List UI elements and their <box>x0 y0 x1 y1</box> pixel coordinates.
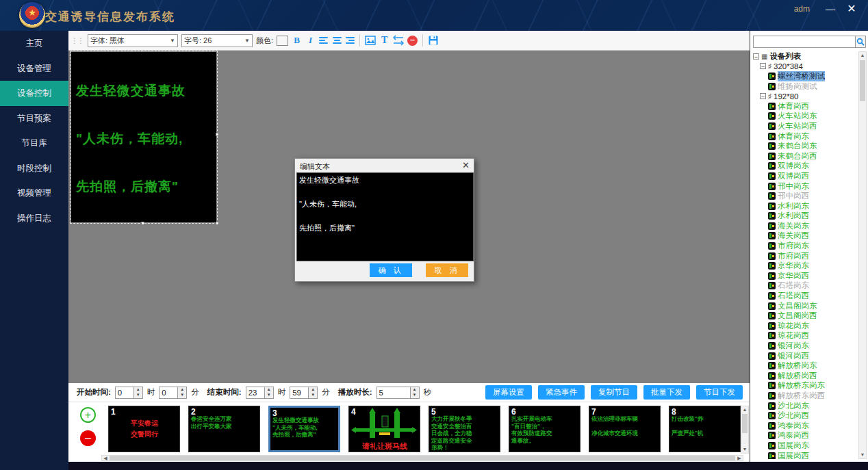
resize-handle[interactable] <box>216 133 219 136</box>
scroll-left-icon[interactable]: ◀ <box>102 456 109 460</box>
collapse-icon[interactable]: – <box>760 93 766 99</box>
device-item-解放桥东岗东[interactable]: 解放桥东岗东 <box>752 381 858 391</box>
align-right-button[interactable] <box>345 37 355 44</box>
device-item-体育岗西[interactable]: 体育岗西 <box>752 101 858 112</box>
design-canvas[interactable]: 发生轻微交通事故 "人未伤，车能动, 先拍照，后撤离" 编辑文本 ✕ 发生轻微交… <box>68 51 750 383</box>
device-item-国展岗东[interactable]: 国展岗东 <box>752 441 858 451</box>
led-display-preview[interactable]: 发生轻微交通事故 "人未伤，车能动, 先拍照，后撤离" <box>71 52 216 222</box>
color-swatch[interactable] <box>277 36 288 46</box>
frame-thumbnail-4[interactable]: 4请礼让斑马线 <box>348 406 420 452</box>
device-item-京华岗西[interactable]: 京华岗西 <box>752 271 858 281</box>
spin-down-icon[interactable]: ▼ <box>309 393 317 398</box>
horizontal-scrollbar[interactable]: ◀ ▶ <box>101 455 743 461</box>
minimize-button[interactable]: — <box>824 5 837 15</box>
resize-handle[interactable] <box>141 222 144 225</box>
sidebar-item-视频管理[interactable]: 视频管理 <box>0 181 68 206</box>
italic-button[interactable]: I <box>305 35 316 46</box>
device-item-京华岗东[interactable]: 京华岗东 <box>752 261 858 271</box>
sidebar-item-设备控制[interactable]: 设备控制 <box>0 81 68 106</box>
fit-width-button[interactable] <box>393 35 404 46</box>
device-item-体育岗东[interactable]: 体育岗东 <box>752 131 858 142</box>
frame-thumbnail-3[interactable]: 3发生轻微交通事故 "人未伤，车能动, 先拍照，后撤离" <box>268 406 340 452</box>
spin-down-icon[interactable]: ▼ <box>411 393 419 398</box>
device-item-银河岗西[interactable]: 银河岗西 <box>752 351 858 361</box>
device-item-火车站岗东[interactable]: 火车站岗东 <box>752 112 858 122</box>
device-item-火车站岗西[interactable]: 火车站岗西 <box>752 121 858 131</box>
spin-down-icon[interactable]: ▼ <box>178 393 186 398</box>
edit-text-area[interactable]: 发生轻微交通事故 "人未伤，车能动, 先拍照，后撤离" <box>296 172 474 261</box>
close-button[interactable]: ✕ <box>845 3 858 15</box>
start-minute-stepper[interactable]: 0▲▼ <box>159 387 187 399</box>
scrollbar-thumb[interactable] <box>110 456 735 460</box>
action-button-批量下发[interactable]: 批量下发 <box>643 385 690 400</box>
frame-thumbnail-2[interactable]: 2春运安全连万家 出行平安靠大家 <box>188 406 260 452</box>
frame-thumbnail-5[interactable]: 5大力开展秋冬季 交通安全整治百 日会战，全力稳 定道路交通安全 形势！ <box>429 406 500 452</box>
device-item-鸿泰岗西[interactable]: 鸿泰岗西 <box>752 431 858 441</box>
scroll-down-icon[interactable]: ▼ <box>859 452 866 458</box>
end-hour-stepper[interactable]: 23▲▼ <box>246 387 274 399</box>
device-item-解放桥东岗西[interactable]: 解放桥东岗西 <box>752 391 858 401</box>
device-item-文昌阁岗东[interactable]: 文昌阁岗东 <box>752 301 858 311</box>
device-item-解放桥岗东[interactable]: 解放桥岗东 <box>752 361 858 371</box>
device-item-水利岗东[interactable]: 水利岗东 <box>752 201 858 211</box>
sidebar-item-时段控制[interactable]: 时段控制 <box>0 156 68 181</box>
sidebar-item-节目库[interactable]: 节目库 <box>0 131 68 156</box>
device-item-海关岗东[interactable]: 海关岗东 <box>752 221 858 231</box>
tree-group-320*384[interactable]: –♯320*384 <box>752 62 858 72</box>
device-item-沙北岗东[interactable]: 沙北岗东 <box>752 401 858 411</box>
action-button-屏幕设置[interactable]: 屏幕设置 <box>485 385 532 400</box>
device-item-琼花岗东[interactable]: 琼花岗东 <box>752 321 858 331</box>
tree-root[interactable]: –▦设备列表 <box>752 51 858 62</box>
scrollbar-thumb[interactable] <box>860 60 865 101</box>
spin-up-icon[interactable]: ▲ <box>309 387 317 393</box>
device-item-维扬岗测试[interactable]: 维扬岗测试 <box>752 81 858 92</box>
font-family-dropdown[interactable]: 字体: 黑体▼ <box>88 34 178 47</box>
device-item-沙北岗西[interactable]: 沙北岗西 <box>752 410 858 421</box>
save-icon[interactable] <box>428 35 439 46</box>
frame-thumbnail-7[interactable]: 7依法治理非标车辆 净化城市交通环境 <box>589 406 661 452</box>
device-item-市府岗东[interactable]: 市府岗东 <box>752 241 858 251</box>
device-item-螺丝湾桥测试[interactable]: 螺丝湾桥测试 <box>752 71 858 81</box>
device-item-解放桥岗西[interactable]: 解放桥岗西 <box>752 371 858 381</box>
confirm-button[interactable]: 确 认 <box>370 263 412 277</box>
spin-up-icon[interactable]: ▲ <box>411 387 419 393</box>
align-left-button[interactable] <box>319 37 329 44</box>
sidebar-item-操作日志[interactable]: 操作日志 <box>0 206 68 231</box>
action-button-节目下发[interactable]: 节目下发 <box>696 385 743 400</box>
dialog-close-icon[interactable]: ✕ <box>462 160 470 170</box>
remove-frame-button[interactable]: – <box>80 430 96 446</box>
device-item-鸿泰岗东[interactable]: 鸿泰岗东 <box>752 421 858 431</box>
action-button-紧急事件[interactable]: 紧急事件 <box>538 385 585 400</box>
insert-image-button[interactable] <box>365 35 376 46</box>
collapse-icon[interactable]: – <box>760 63 766 69</box>
font-size-dropdown[interactable]: 字号: 26▼ <box>181 34 253 47</box>
vertical-scrollbar[interactable]: ▲ ▼ <box>741 406 749 454</box>
frame-thumbnail-8[interactable]: 8打击改装"炸 严查严处"机 <box>669 406 741 452</box>
search-icon[interactable] <box>856 36 866 48</box>
bold-button[interactable]: B <box>292 35 302 46</box>
scroll-down-icon[interactable]: ▼ <box>741 446 748 453</box>
device-item-双博岗西[interactable]: 双博岗西 <box>752 171 858 181</box>
duration-stepper[interactable]: 5▲▼ <box>376 387 420 399</box>
sidebar-item-主页[interactable]: 主页 <box>0 31 68 56</box>
device-tree-scrollbar[interactable]: ▲ ▼ <box>858 51 867 459</box>
device-item-来鹤台岗西[interactable]: 来鹤台岗西 <box>752 151 858 161</box>
insert-text-button[interactable]: T <box>379 35 390 46</box>
device-item-双博岗东[interactable]: 双博岗东 <box>752 161 858 172</box>
align-center-button[interactable] <box>332 37 342 44</box>
spin-up-icon[interactable]: ▲ <box>134 387 142 393</box>
scroll-up-icon[interactable]: ▲ <box>741 406 748 413</box>
collapse-icon[interactable]: – <box>753 53 759 60</box>
sidebar-item-节目预案[interactable]: 节目预案 <box>0 106 68 131</box>
device-item-水利岗西[interactable]: 水利岗西 <box>752 211 858 222</box>
device-item-石塔岗西[interactable]: 石塔岗西 <box>752 291 858 301</box>
cancel-button[interactable]: 取 消 <box>426 263 468 277</box>
device-item-石塔岗东[interactable]: 石塔岗东 <box>752 281 858 291</box>
end-minute-stepper[interactable]: 59▲▼ <box>290 387 318 399</box>
action-button-复制节目[interactable]: 复制节目 <box>591 385 637 400</box>
device-item-银河岗东[interactable]: 银河岗东 <box>752 341 858 351</box>
device-item-国展岗西[interactable]: 国展岗西 <box>752 451 858 459</box>
scroll-up-icon[interactable]: ▲ <box>859 52 866 59</box>
delete-item-button[interactable]: – <box>407 36 418 46</box>
spin-up-icon[interactable]: ▲ <box>178 387 186 393</box>
